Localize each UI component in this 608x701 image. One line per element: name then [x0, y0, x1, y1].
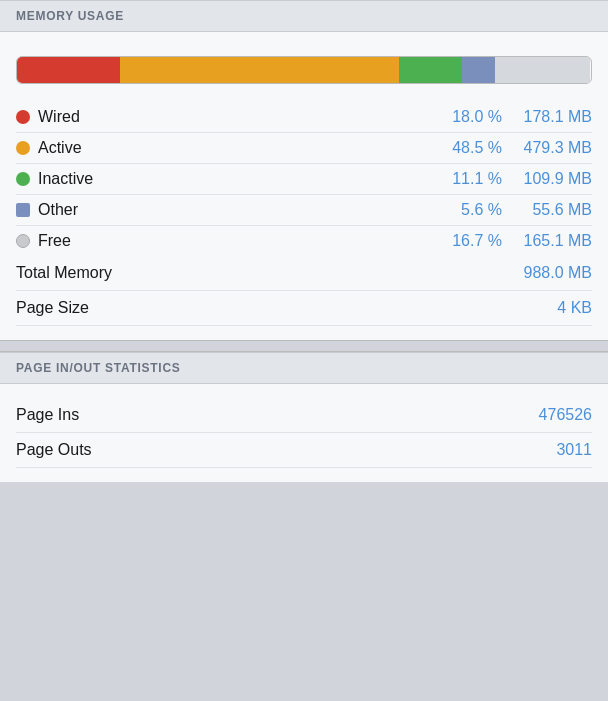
bar-segment-active — [120, 57, 398, 83]
total-memory-label: Total Memory — [16, 264, 524, 282]
page-stat-value: 3011 — [556, 441, 592, 459]
page-stats-section-header: PAGE IN/OUT STATISTICS — [0, 352, 608, 384]
bar-segment-free — [495, 57, 591, 83]
memory-stat-row: Inactive11.1 %109.9 MB — [16, 164, 592, 195]
total-memory-row: Total Memory 988.0 MB — [16, 256, 592, 291]
page-size-row: Page Size 4 KB — [16, 291, 592, 326]
legend-icon-active — [16, 141, 30, 155]
memory-row-value: 55.6 MB — [512, 201, 592, 219]
page-stat-value: 476526 — [539, 406, 592, 424]
memory-stat-row: Free16.7 %165.1 MB — [16, 226, 592, 256]
total-memory-value: 988.0 MB — [524, 264, 592, 282]
page-stat-label: Page Ins — [16, 406, 539, 424]
memory-row-value: 178.1 MB — [512, 108, 592, 126]
memory-stat-row: Wired18.0 %178.1 MB — [16, 102, 592, 133]
legend-icon-other — [16, 203, 30, 217]
page-stat-row: Page Ins476526 — [16, 398, 592, 433]
page-size-label: Page Size — [16, 299, 557, 317]
memory-section-header: MEMORY USAGE — [0, 0, 608, 32]
memory-stat-row: Active48.5 %479.3 MB — [16, 133, 592, 164]
memory-row-percent: 16.7 % — [432, 232, 502, 250]
section-divider — [0, 340, 608, 352]
legend-icon-inactive — [16, 172, 30, 186]
memory-row-label: Inactive — [38, 170, 432, 188]
memory-bar — [16, 56, 592, 84]
page-stats-section-content: Page Ins476526Page Outs3011 — [0, 384, 608, 482]
memory-row-percent: 48.5 % — [432, 139, 502, 157]
page-stats-rows: Page Ins476526Page Outs3011 — [16, 398, 592, 468]
memory-row-label: Free — [38, 232, 432, 250]
memory-section-content: Wired18.0 %178.1 MBActive48.5 %479.3 MBI… — [0, 32, 608, 340]
bar-segment-other — [462, 57, 494, 83]
memory-row-label: Wired — [38, 108, 432, 126]
memory-rows: Wired18.0 %178.1 MBActive48.5 %479.3 MBI… — [16, 102, 592, 256]
memory-row-percent: 18.0 % — [432, 108, 502, 126]
memory-section-title: MEMORY USAGE — [16, 9, 124, 23]
legend-icon-free — [16, 234, 30, 248]
memory-panel: MEMORY USAGE Wired18.0 %178.1 MBActive48… — [0, 0, 608, 482]
bar-segment-inactive — [399, 57, 463, 83]
memory-stat-row: Other5.6 %55.6 MB — [16, 195, 592, 226]
memory-row-percent: 5.6 % — [432, 201, 502, 219]
memory-row-label: Other — [38, 201, 432, 219]
bar-segment-wired — [17, 57, 120, 83]
page-stat-row: Page Outs3011 — [16, 433, 592, 468]
page-stats-section-title: PAGE IN/OUT STATISTICS — [16, 361, 181, 375]
legend-icon-wired — [16, 110, 30, 124]
page-stat-label: Page Outs — [16, 441, 556, 459]
memory-row-value: 479.3 MB — [512, 139, 592, 157]
memory-row-label: Active — [38, 139, 432, 157]
memory-row-value: 109.9 MB — [512, 170, 592, 188]
memory-row-value: 165.1 MB — [512, 232, 592, 250]
page-size-value: 4 KB — [557, 299, 592, 317]
memory-row-percent: 11.1 % — [432, 170, 502, 188]
